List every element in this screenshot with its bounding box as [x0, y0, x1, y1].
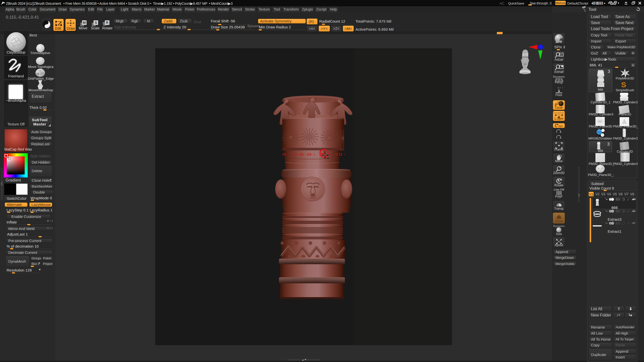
svg-text:x1: x1	[560, 54, 562, 56]
svg-text:S: S	[621, 80, 626, 88]
svg-text:xyz: xyz	[558, 124, 563, 127]
